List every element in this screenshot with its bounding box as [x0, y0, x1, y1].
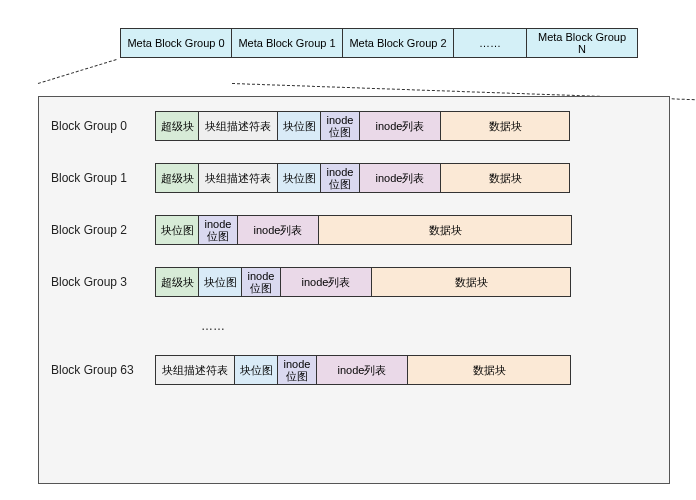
group-desc-table: 块组描述符表 [198, 163, 278, 193]
block-group-3-row: Block Group 3 超级块 块位图 inode 位图 inode列表 数… [51, 267, 657, 297]
inode-list: inode列表 [359, 111, 441, 141]
block-group-1-row: Block Group 1 超级块 块组描述符表 块位图 inode 位图 in… [51, 163, 657, 193]
block-group-2-label: Block Group 2 [51, 223, 155, 237]
inode-list: inode列表 [237, 215, 319, 245]
block-group-0-label: Block Group 0 [51, 119, 155, 133]
block-group-63-row: Block Group 63 块组描述符表 块位图 inode 位图 inode… [51, 355, 657, 385]
meta-block-group-row: Meta Block Group 0 Meta Block Group 1 Me… [120, 28, 638, 58]
inode-list: inode列表 [359, 163, 441, 193]
block-bitmap: 块位图 [277, 111, 321, 141]
block-group-3-blocks: 超级块 块位图 inode 位图 inode列表 数据块 [155, 267, 571, 297]
superblock: 超级块 [155, 163, 199, 193]
data-block: 数据块 [318, 215, 572, 245]
meta-block-group-1: Meta Block Group 1 [231, 28, 343, 58]
block-group-0-blocks: 超级块 块组描述符表 块位图 inode 位图 inode列表 数据块 [155, 111, 570, 141]
block-group-2-blocks: 块位图 inode 位图 inode列表 数据块 [155, 215, 572, 245]
group-desc-table: 块组描述符表 [198, 111, 278, 141]
superblock: 超级块 [155, 267, 199, 297]
data-block: 数据块 [440, 163, 570, 193]
block-group-ellipsis: …… [201, 319, 657, 333]
block-bitmap: 块位图 [277, 163, 321, 193]
meta-block-group-ellipsis: …… [453, 28, 527, 58]
inode-list: inode列表 [280, 267, 372, 297]
data-block: 数据块 [440, 111, 570, 141]
block-bitmap: 块位图 [198, 267, 242, 297]
block-group-3-label: Block Group 3 [51, 275, 155, 289]
block-group-63-blocks: 块组描述符表 块位图 inode 位图 inode列表 数据块 [155, 355, 571, 385]
block-bitmap: 块位图 [155, 215, 199, 245]
data-block: 数据块 [371, 267, 571, 297]
meta-block-group-n: Meta Block Group N [526, 28, 638, 58]
block-group-detail-box: Block Group 0 超级块 块组描述符表 块位图 inode 位图 in… [38, 96, 670, 484]
inode-bitmap: inode 位图 [241, 267, 281, 297]
data-block: 数据块 [407, 355, 571, 385]
meta-block-group-2: Meta Block Group 2 [342, 28, 454, 58]
block-group-1-label: Block Group 1 [51, 171, 155, 185]
meta-block-group-0: Meta Block Group 0 [120, 28, 232, 58]
inode-bitmap: inode 位图 [320, 163, 360, 193]
inode-bitmap: inode 位图 [277, 355, 317, 385]
block-group-63-label: Block Group 63 [51, 363, 155, 377]
group-desc-table: 块组描述符表 [155, 355, 235, 385]
inode-bitmap: inode 位图 [320, 111, 360, 141]
superblock: 超级块 [155, 111, 199, 141]
inode-list: inode列表 [316, 355, 408, 385]
inode-bitmap: inode 位图 [198, 215, 238, 245]
block-group-1-blocks: 超级块 块组描述符表 块位图 inode 位图 inode列表 数据块 [155, 163, 570, 193]
block-group-0-row: Block Group 0 超级块 块组描述符表 块位图 inode 位图 in… [51, 111, 657, 141]
connector-line-left [38, 59, 117, 84]
block-bitmap: 块位图 [234, 355, 278, 385]
block-group-2-row: Block Group 2 块位图 inode 位图 inode列表 数据块 [51, 215, 657, 245]
